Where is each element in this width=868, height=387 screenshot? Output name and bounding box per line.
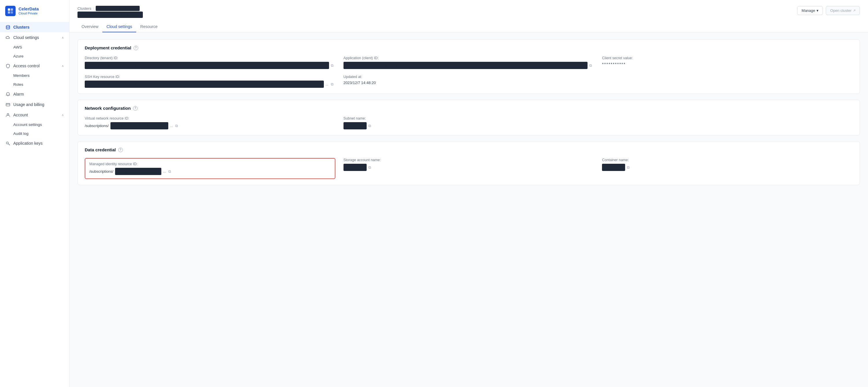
sidebar-item-clusters[interactable]: Clusters <box>0 22 69 32</box>
managed-identity-prefix: /subscriptions/ <box>89 169 113 174</box>
card-icon <box>5 102 10 107</box>
subnet-name-value: ████ ⧉ <box>343 122 594 129</box>
tab-cloud-settings[interactable]: Cloud settings <box>102 22 136 32</box>
data-credential-help-icon[interactable]: ? <box>118 148 123 152</box>
ssh-key-resource-id-label: SSH Key resource ID: <box>85 75 335 79</box>
ssh-key-ellipsis: ... <box>326 82 329 86</box>
storage-account-name-label: Storage account name: <box>343 158 594 162</box>
tab-resource-label: Resource <box>140 24 158 29</box>
account-chevron: ∧ <box>62 113 64 117</box>
directory-tenant-id-copy-icon[interactable]: ⧉ <box>331 63 335 68</box>
roles-label: Roles <box>13 82 24 86</box>
updated-at-text: 2023/12/7 14:48:20 <box>343 80 376 85</box>
svg-rect-3 <box>11 11 13 13</box>
breadcrumb-clusters[interactable]: Clusters <box>78 6 91 11</box>
sidebar-item-account[interactable]: Account ∧ <box>0 110 69 120</box>
svg-point-4 <box>6 26 9 27</box>
network-configuration-fields: Virtual network resource ID: /subscripti… <box>85 116 853 129</box>
breadcrumb-cluster-name: ████████████████ <box>96 6 140 11</box>
container-name-field: Container name: ████ ⧉ <box>602 158 853 179</box>
data-credential-title: Data credential ? <box>85 147 853 152</box>
storage-account-name-copy-icon[interactable]: ⧉ <box>368 165 373 170</box>
subnet-name-copy-icon[interactable]: ⧉ <box>368 124 373 128</box>
container-name-copy-icon[interactable]: ⧉ <box>627 165 631 170</box>
managed-identity-resource-id-field: Managed identity resource ID: /subscript… <box>85 158 335 179</box>
deployment-placeholder <box>602 75 853 88</box>
application-client-id-value: ████████████████████████ ⧉ <box>343 62 594 69</box>
logo-text: CelerData Cloud Private <box>19 6 39 15</box>
account-label: Account <box>13 113 59 117</box>
virtual-network-resource-id-field: Virtual network resource ID: /subscripti… <box>85 116 335 129</box>
network-configuration-title: Network configuration ? <box>85 106 853 111</box>
sidebar-item-azure[interactable]: Azure <box>0 52 69 61</box>
tab-overview-label: Overview <box>82 24 98 29</box>
access-control-chevron: ∧ <box>62 64 64 68</box>
subnet-name-redacted: ████ <box>343 122 367 129</box>
manage-button[interactable]: Manage ▾ <box>797 6 823 15</box>
brand-name: CelerData <box>19 6 39 11</box>
virtual-network-copy-icon[interactable]: ⧉ <box>175 124 180 128</box>
key-icon <box>5 141 10 146</box>
updated-at-value: 2023/12/7 14:48:20 <box>343 80 594 85</box>
clusters-label: Clusters <box>13 25 64 30</box>
external-link-icon: ↗ <box>853 9 856 12</box>
svg-rect-2 <box>8 11 10 13</box>
tab-cloud-settings-label: Cloud settings <box>106 24 132 29</box>
container-name-redacted: ████ <box>602 164 625 171</box>
container-name-label: Container name: <box>602 158 853 162</box>
sidebar-item-application-keys[interactable]: Application keys <box>0 138 69 148</box>
sidebar: CelerData Cloud Private Clusters Clo <box>0 0 69 387</box>
network-configuration-help-icon[interactable]: ? <box>133 106 137 111</box>
sidebar-item-roles[interactable]: Roles <box>0 80 69 89</box>
storage-account-name-redacted: ████ <box>343 164 367 171</box>
directory-tenant-id-field: Directory (tenant) ID: █████████████████… <box>85 56 335 69</box>
deployment-credential-title: Deployment credential ? <box>85 45 853 50</box>
sidebar-item-access-control[interactable]: Access control ∧ <box>0 61 69 71</box>
subnet-name-field: Subnet name: ████ ⧉ <box>343 116 594 129</box>
sidebar-item-account-settings[interactable]: Account settings <box>0 120 69 129</box>
aws-label: AWS <box>13 45 22 49</box>
svg-rect-5 <box>6 103 10 106</box>
header: Clusters / ████████████████ ████████████… <box>69 0 868 32</box>
members-label: Members <box>13 73 30 78</box>
virtual-network-resource-id-label: Virtual network resource ID: <box>85 116 335 120</box>
managed-identity-resource-id-value: /subscriptions/ ████████████ ... ⧉ <box>89 168 331 175</box>
open-cluster-button[interactable]: Open cluster ↗ <box>826 6 860 15</box>
managed-identity-copy-icon[interactable]: ⧉ <box>168 169 173 174</box>
sidebar-item-usage-billing[interactable]: Usage and billing <box>0 99 69 110</box>
logo-icon <box>5 6 16 16</box>
sidebar-nav: Clusters Cloud settings ∧ AWS Azure <box>0 21 69 387</box>
alarm-label: Alarm <box>13 92 64 97</box>
managed-identity-redacted: ████████████ <box>115 168 161 175</box>
application-client-id-field: Application (client) ID: ███████████████… <box>343 56 594 69</box>
managed-identity-resource-id-label: Managed identity resource ID: <box>89 162 331 166</box>
sidebar-item-audit-log[interactable]: Audit log <box>0 129 69 138</box>
manage-chevron-icon: ▾ <box>816 8 818 13</box>
tab-overview[interactable]: Overview <box>78 22 102 32</box>
sidebar-item-aws[interactable]: AWS <box>0 43 69 52</box>
deployment-credential-help-icon[interactable]: ? <box>133 46 138 50</box>
tab-resource[interactable]: Resource <box>136 22 162 32</box>
azure-label: Azure <box>13 54 24 58</box>
updated-at-field: Updated at: 2023/12/7 14:48:20 <box>343 75 594 88</box>
directory-tenant-id-value: ████████████████████ ⧉ <box>85 62 335 69</box>
ssh-key-copy-icon[interactable]: ⧉ <box>331 82 335 86</box>
application-client-id-copy-icon[interactable]: ⧉ <box>589 63 594 68</box>
client-secret-value-label: Client secret value: <box>602 56 853 60</box>
main-area: Clusters / ████████████████ ████████████… <box>69 0 868 387</box>
bell-icon <box>5 92 10 97</box>
sidebar-item-alarm[interactable]: Alarm <box>0 89 69 99</box>
logo-area: CelerData Cloud Private <box>0 0 69 21</box>
sidebar-item-members[interactable]: Members <box>0 71 69 80</box>
deployment-credential-card: Deployment credential ? Directory (tenan… <box>78 39 860 94</box>
cloud-settings-chevron: ∧ <box>62 36 64 40</box>
storage-account-name-value: ████ ⧉ <box>343 164 594 171</box>
open-cluster-label: Open cluster <box>830 8 851 13</box>
storage-account-name-field: Storage account name: ████ ⧉ <box>343 158 594 179</box>
cloud-settings-label: Cloud settings <box>13 35 59 40</box>
sidebar-item-cloud-settings[interactable]: Cloud settings ∧ <box>0 32 69 43</box>
application-keys-label: Application keys <box>13 141 64 146</box>
updated-at-label: Updated at: <box>343 75 594 79</box>
directory-tenant-id-redacted: ████████████████████ <box>85 62 329 69</box>
deployment-credential-fields: Directory (tenant) ID: █████████████████… <box>85 56 853 88</box>
